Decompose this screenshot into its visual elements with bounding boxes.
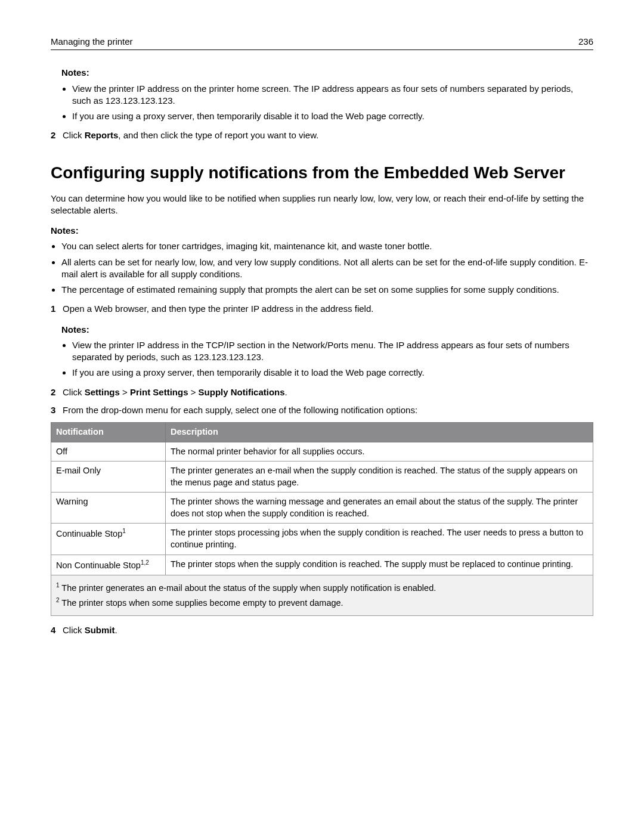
step-2-top: 2 Click Reports, and then click the type… bbox=[51, 129, 593, 141]
step-number: 1 bbox=[51, 303, 63, 315]
bold-text: Reports bbox=[85, 130, 119, 140]
text: , and then click the type of report you … bbox=[118, 130, 318, 140]
list-item: If you are using a proxy server, then te… bbox=[72, 110, 593, 122]
table-header-description: Description bbox=[166, 423, 593, 442]
notification-name: Non Continuable Stop1,2 bbox=[51, 555, 166, 575]
step-1: 1 Open a Web browser, and then type the … bbox=[51, 303, 593, 315]
table-header-notification: Notification bbox=[51, 423, 166, 442]
notification-description: The normal printer behavior for all supp… bbox=[166, 442, 593, 462]
bold-text: Print Settings bbox=[130, 387, 188, 397]
step-text: Click Settings > Print Settings > Supply… bbox=[63, 386, 593, 398]
list-item: All alerts can be set for nearly low, lo… bbox=[61, 256, 593, 281]
list-item: You can select alerts for toner cartridg… bbox=[61, 240, 593, 252]
step-text: Click Submit. bbox=[63, 624, 593, 636]
text: Click bbox=[63, 387, 85, 397]
step-4: 4 Click Submit. bbox=[51, 624, 593, 636]
footnote: 1 The printer generates an e-mail about … bbox=[56, 581, 588, 594]
step-text: Open a Web browser, and then type the pr… bbox=[63, 303, 593, 315]
header-title: Managing the printer bbox=[51, 36, 133, 48]
step-3: 3 From the drop-down menu for each suppl… bbox=[51, 404, 593, 416]
page-header: Managing the printer 236 bbox=[51, 36, 593, 50]
list-item: View the printer IP address in the TCP/I… bbox=[72, 339, 593, 364]
table-footnotes: 1 The printer generates an e-mail about … bbox=[51, 575, 593, 615]
section-heading: Configuring supply notifications from th… bbox=[51, 162, 593, 183]
mid-notes-list: You can select alerts for toner cartridg… bbox=[51, 240, 593, 296]
notification-description: The printer generates an e-mail when the… bbox=[166, 462, 593, 493]
step1-notes-list: View the printer IP address in the TCP/I… bbox=[61, 339, 593, 379]
text: > bbox=[120, 387, 130, 397]
notification-name: Warning bbox=[51, 493, 166, 524]
notification-description: The printer stops processing jobs when t… bbox=[166, 524, 593, 555]
notes-label-top: Notes: bbox=[61, 67, 593, 79]
step-text: From the drop-down menu for each supply,… bbox=[63, 404, 593, 416]
step-number: 2 bbox=[51, 386, 63, 398]
notification-name: Continuable Stop1 bbox=[51, 524, 166, 555]
step-number: 4 bbox=[51, 624, 63, 636]
bold-text: Supply Notifications bbox=[199, 387, 285, 397]
table-row: Continuable Stop1The printer stops proce… bbox=[51, 524, 593, 555]
notification-name: Off bbox=[51, 442, 166, 462]
notes-label-mid: Notes: bbox=[51, 225, 593, 237]
table-row: OffThe normal printer behavior for all s… bbox=[51, 442, 593, 462]
text: . bbox=[285, 387, 287, 397]
table-row: E-mail OnlyThe printer generates an e-ma… bbox=[51, 462, 593, 493]
notification-table: Notification Description OffThe normal p… bbox=[51, 422, 593, 616]
notification-name: E-mail Only bbox=[51, 462, 166, 493]
header-page-number: 236 bbox=[578, 36, 593, 48]
step-2: 2 Click Settings > Print Settings > Supp… bbox=[51, 386, 593, 398]
list-item: If you are using a proxy server, then te… bbox=[72, 367, 593, 379]
notes-label-step1: Notes: bbox=[61, 324, 593, 336]
text: Click bbox=[63, 625, 85, 635]
text: . bbox=[115, 625, 117, 635]
table-row: WarningThe printer shows the warning mes… bbox=[51, 493, 593, 524]
list-item: View the printer IP address on the print… bbox=[72, 83, 593, 107]
step-number: 2 bbox=[51, 129, 63, 141]
table-row: Non Continuable Stop1,2The printer stops… bbox=[51, 555, 593, 575]
step-text: Click Reports, and then click the type o… bbox=[63, 129, 593, 141]
footnote: 2 The printer stops when some supplies b… bbox=[56, 596, 588, 609]
top-notes-list: View the printer IP address on the print… bbox=[61, 83, 593, 123]
bold-text: Settings bbox=[85, 387, 120, 397]
notification-description: The printer shows the warning message an… bbox=[166, 493, 593, 524]
text: > bbox=[188, 387, 198, 397]
text: Click bbox=[63, 130, 85, 140]
bold-text: Submit bbox=[85, 625, 115, 635]
step-number: 3 bbox=[51, 404, 63, 416]
list-item: The percentage of estimated remaining su… bbox=[61, 284, 593, 296]
intro-paragraph: You can determine how you would like to … bbox=[51, 193, 593, 217]
notification-description: The printer stops when the supply condit… bbox=[166, 555, 593, 575]
